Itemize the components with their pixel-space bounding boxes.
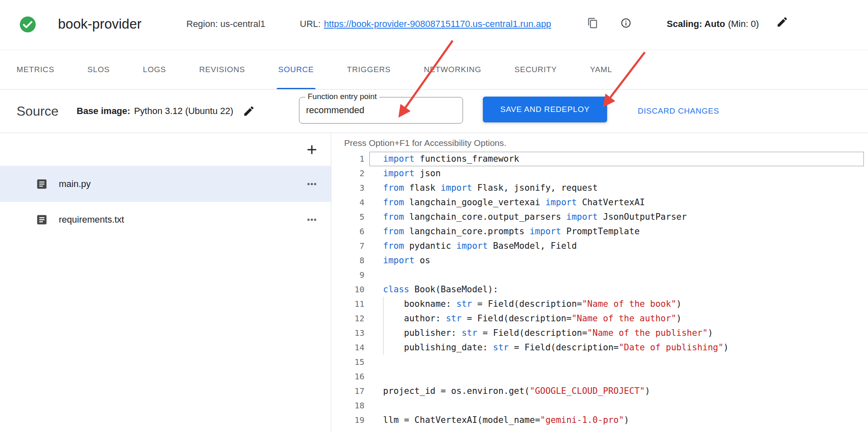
line-code: project_id = os.environ.get("GOOGLE_CLOU… (369, 384, 864, 398)
discard-changes-button[interactable]: DISCARD CHANGES (638, 90, 719, 133)
line-code: publishing_date: str = Field(description… (369, 340, 864, 355)
tab-logs[interactable]: LOGS (126, 50, 183, 89)
line-number: 15 (332, 355, 364, 369)
line-number: 14 (332, 340, 364, 355)
code-line[interactable]: 1import functions_framework (332, 152, 868, 166)
code-line[interactable]: 9 (332, 268, 868, 282)
source-heading: Source (17, 90, 58, 133)
accessibility-note: Press Option+F1 for Accessibility Option… (344, 138, 868, 148)
tab-triggers[interactable]: TRIGGERS (330, 50, 407, 89)
info-button[interactable] (620, 17, 632, 29)
tab-security[interactable]: SECURITY (498, 50, 573, 89)
source-toolbar: Source Base image: Python 3.12 (Ubuntu 2… (0, 90, 868, 133)
file-panel: main.pyrequirements.txt (0, 133, 331, 432)
info-icon (620, 17, 632, 29)
code-line[interactable]: 14 publishing_date: str = Field(descript… (332, 340, 868, 355)
line-code: from langchain_google_vertexai import Ch… (369, 195, 864, 210)
scaling-status: Scaling: Auto(Min: 0) (667, 19, 759, 29)
line-code (369, 369, 864, 384)
line-number: 19 (332, 413, 364, 427)
code-line[interactable]: 8import os (332, 253, 868, 268)
entry-point-label: Function entry point (305, 92, 379, 101)
edit-base-image-button[interactable] (243, 105, 255, 117)
code-line[interactable]: 11 bookname: str = Field(description="Na… (332, 297, 868, 311)
scaling-label: Scaling: Auto (667, 19, 725, 29)
base-image-label: Base image: (77, 106, 130, 116)
line-code: from langchain_core.output_parsers impor… (369, 210, 864, 224)
line-number: 16 (332, 369, 364, 384)
line-number: 11 (332, 297, 364, 311)
copy-icon (587, 17, 598, 29)
region-label: Region: us-central1 (186, 19, 265, 29)
line-code: llm = ChatVertexAI(model_name="gemini-1.… (369, 413, 864, 427)
code-lines: 1import functions_framework2import json3… (332, 152, 868, 427)
base-image-group: Base image: Python 3.12 (Ubuntu 22) (77, 90, 255, 133)
code-line[interactable]: 3from flask import Flask, jsonify, reque… (332, 181, 868, 195)
entry-point-input[interactable] (299, 97, 463, 123)
code-line[interactable]: 12 author: str = Field(description="Name… (332, 311, 868, 326)
line-number: 1 (332, 152, 364, 166)
add-file-button[interactable] (303, 141, 321, 159)
copy-url-button[interactable] (587, 17, 598, 29)
line-number: 3 (332, 181, 364, 195)
code-line[interactable]: 5from langchain_core.output_parsers impo… (332, 210, 868, 224)
tab-yaml[interactable]: YAML (574, 50, 629, 89)
pencil-icon (776, 16, 788, 28)
code-line[interactable]: 18 (332, 398, 868, 413)
line-number: 5 (332, 210, 364, 224)
file-row-requirements.txt[interactable]: requirements.txt (0, 202, 331, 238)
line-code: author: str = Field(description="Name of… (369, 311, 864, 326)
save-redeploy-button[interactable]: SAVE AND REDEPLOY (483, 97, 607, 122)
code-line[interactable]: 10class Book(BaseModel): (332, 282, 868, 297)
document-icon (36, 178, 48, 190)
code-line[interactable]: 6from langchain_core.prompts import Prom… (332, 224, 868, 239)
file-list: main.pyrequirements.txt (0, 166, 331, 238)
function-entry-point-field: Function entry point (299, 97, 463, 124)
url-group: URL:https://book-provider-908087151170.u… (300, 19, 551, 29)
check-circle-icon (18, 15, 37, 34)
line-code: from pydantic import BaseModel, Field (369, 239, 864, 253)
pencil-icon (243, 105, 255, 117)
file-name: main.py (59, 179, 304, 189)
service-url-link[interactable]: https://book-provider-908087151170.us-ce… (324, 19, 551, 29)
line-code (369, 268, 864, 282)
file-row-main.py[interactable]: main.py (0, 166, 331, 202)
page-title: book-provider (58, 15, 142, 33)
tab-revisions[interactable]: REVISIONS (183, 50, 262, 89)
line-number: 18 (332, 398, 364, 413)
tab-slos[interactable]: SLOS (71, 50, 126, 89)
code-line[interactable]: 15 (332, 355, 868, 369)
edit-scaling-button[interactable] (776, 16, 788, 28)
service-header: book-provider Region: us-central1 URL:ht… (0, 0, 868, 50)
code-editor[interactable]: Press Option+F1 for Accessibility Option… (332, 133, 868, 432)
file-more-button[interactable] (304, 211, 320, 228)
line-number: 10 (332, 282, 364, 297)
line-number: 8 (332, 253, 364, 268)
code-line[interactable]: 19llm = ChatVertexAI(model_name="gemini-… (332, 413, 868, 427)
line-number: 9 (332, 268, 364, 282)
tab-bar: METRICSSLOSLOGSREVISIONSSOURCETRIGGERSNE… (0, 50, 868, 90)
line-code: import json (369, 166, 864, 181)
line-number: 2 (332, 166, 364, 181)
scaling-min: (Min: 0) (728, 19, 759, 29)
file-more-button[interactable] (304, 176, 320, 192)
plus-icon (304, 142, 319, 157)
line-number: 13 (332, 326, 364, 340)
code-line[interactable]: 2import json (332, 166, 868, 181)
tab-source[interactable]: SOURCE (262, 50, 330, 89)
line-number: 6 (332, 224, 364, 239)
code-line[interactable]: 4from langchain_google_vertexai import C… (332, 195, 868, 210)
code-line[interactable]: 7from pydantic import BaseModel, Field (332, 239, 868, 253)
line-number: 17 (332, 384, 364, 398)
file-toolbar (0, 133, 331, 166)
tab-networking[interactable]: NETWORKING (407, 50, 498, 89)
line-code: publisher: str = Field(description="Name… (369, 326, 864, 340)
base-image-value: Python 3.12 (Ubuntu 22) (134, 106, 234, 116)
line-number: 4 (332, 195, 364, 210)
file-name: requirements.txt (59, 214, 304, 225)
code-line[interactable]: 17project_id = os.environ.get("GOOGLE_CL… (332, 384, 868, 398)
code-line[interactable]: 13 publisher: str = Field(description="N… (332, 326, 868, 340)
line-code: import os (369, 253, 864, 268)
tab-metrics[interactable]: METRICS (0, 50, 71, 89)
code-line[interactable]: 16 (332, 369, 868, 384)
